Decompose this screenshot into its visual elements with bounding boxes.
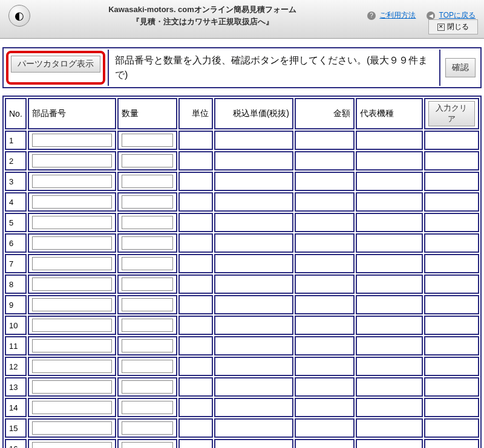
quantity-input[interactable] [122, 134, 173, 147]
cell-price [214, 192, 293, 212]
usage-link[interactable]: ご利用方法 [379, 11, 416, 19]
table-row: 7 [5, 254, 479, 273]
part-number-input[interactable] [32, 154, 112, 167]
cell-model [356, 316, 423, 335]
cell-unit [178, 172, 214, 191]
cell-unit [178, 213, 214, 232]
cell-unit [178, 357, 214, 376]
cell-part [28, 172, 116, 191]
table-row: 1 [5, 131, 479, 150]
quantity-input[interactable] [122, 175, 173, 188]
cell-amount [295, 316, 355, 335]
part-number-input[interactable] [32, 380, 112, 394]
cell-model [356, 295, 423, 314]
cell-amount [295, 357, 355, 376]
part-number-input[interactable] [32, 175, 112, 188]
cell-clear [424, 418, 479, 438]
confirm-button[interactable]: 確認 [445, 58, 476, 77]
quantity-input[interactable] [122, 216, 173, 229]
input-clear-button[interactable]: 入力クリア [428, 101, 475, 126]
table-row: 15 [5, 418, 479, 438]
cell-price [214, 274, 293, 294]
cell-amount [295, 418, 355, 438]
part-number-input[interactable] [32, 257, 112, 270]
cell-unit [178, 398, 214, 417]
cell-part [28, 254, 116, 273]
cell-model [356, 357, 423, 376]
cell-amount [295, 295, 355, 314]
quantity-input[interactable] [122, 339, 173, 352]
help-icon: ? [367, 11, 376, 20]
part-number-input[interactable] [32, 401, 112, 414]
cell-part [28, 213, 116, 232]
table-row: 14 [5, 398, 479, 417]
quantity-input[interactable] [122, 236, 173, 250]
cell-model [356, 439, 423, 448]
cell-model [356, 418, 423, 438]
cell-no: 7 [5, 254, 27, 273]
part-number-input[interactable] [32, 360, 112, 373]
cell-price [214, 131, 293, 150]
cell-model [356, 213, 423, 232]
top-link[interactable]: TOPに戻る [439, 11, 476, 19]
quantity-input[interactable] [122, 278, 173, 291]
quantity-input[interactable] [122, 360, 173, 373]
cell-qty [117, 377, 177, 397]
cell-price [214, 233, 293, 253]
part-number-input[interactable] [32, 236, 112, 250]
table-row: 13 [5, 377, 479, 397]
table-row: 3 [5, 172, 479, 191]
cell-unit [178, 192, 214, 212]
cell-qty [117, 192, 177, 212]
quantity-input[interactable] [122, 442, 173, 448]
cell-unit [178, 418, 214, 438]
cell-unit [178, 336, 214, 355]
cell-part [28, 192, 116, 212]
part-number-input[interactable] [32, 195, 112, 209]
cell-no: 9 [5, 295, 27, 314]
cell-amount [295, 377, 355, 397]
quantity-input[interactable] [122, 154, 173, 167]
quantity-input[interactable] [122, 380, 173, 394]
table-row: 8 [5, 274, 479, 294]
quantity-input[interactable] [122, 319, 173, 332]
parts-catalog-button[interactable]: パーツカタログ表示 [11, 56, 100, 73]
header-title: Kawasaki-motors. comオンライン簡易見積フォーム 『見積・注文… [38, 4, 367, 27]
cell-no: 8 [5, 274, 27, 294]
cell-qty [117, 151, 177, 170]
part-number-input[interactable] [32, 421, 112, 435]
part-number-input[interactable] [32, 298, 112, 311]
part-number-input[interactable] [32, 339, 112, 352]
cell-amount [295, 336, 355, 355]
cell-qty [117, 274, 177, 294]
back-arrow-icon: ◀ [427, 11, 435, 20]
cell-unit [178, 274, 214, 294]
cell-amount [295, 233, 355, 253]
cell-part [28, 336, 116, 355]
cell-price [214, 151, 293, 170]
quantity-input[interactable] [122, 257, 173, 270]
quantity-input[interactable] [122, 195, 173, 209]
close-button[interactable]: ✕ 閉じる [428, 19, 478, 34]
cell-clear [424, 192, 479, 212]
quantity-input[interactable] [122, 401, 173, 414]
quantity-input[interactable] [122, 421, 173, 435]
cell-part [28, 274, 116, 294]
quantity-input[interactable] [122, 298, 173, 311]
part-number-input[interactable] [32, 319, 112, 332]
close-label: 閉じる [447, 22, 469, 32]
cell-clear [424, 295, 479, 314]
cell-price [214, 316, 293, 335]
catalog-button-highlight: パーツカタログ表示 [6, 51, 105, 85]
part-number-input[interactable] [32, 134, 112, 147]
cell-unit [178, 151, 214, 170]
instruction-row: パーツカタログ表示 部品番号と数量を入力後、確認ボタンを押してください。(最大９… [2, 47, 482, 88]
table-row: 16 [5, 439, 479, 448]
part-number-input[interactable] [32, 278, 112, 291]
cell-unit [178, 131, 214, 150]
cell-amount [295, 398, 355, 417]
part-number-input[interactable] [32, 216, 112, 229]
part-number-input[interactable] [32, 442, 112, 448]
cell-no: 15 [5, 418, 27, 438]
header-title-line2: 『見積・注文はカワサキ正規取扱店へ』 [38, 16, 367, 28]
